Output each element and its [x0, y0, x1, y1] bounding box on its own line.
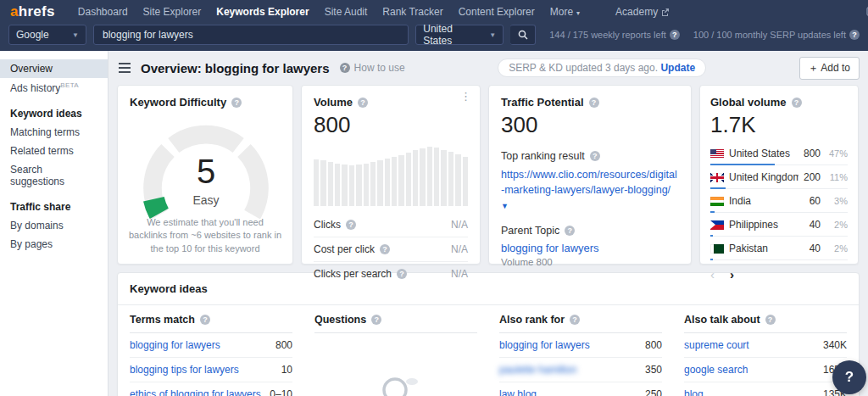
- help-icon[interactable]: ?: [380, 244, 390, 254]
- search-button[interactable]: [510, 25, 536, 45]
- help-icon[interactable]: ?: [371, 315, 381, 325]
- help-icon[interactable]: ?: [849, 30, 860, 40]
- help-icon[interactable]: ?: [200, 315, 210, 325]
- metric-row: Cost per click ? N/A: [314, 237, 468, 261]
- country-name: Philippines: [729, 219, 804, 231]
- sidebar-item-search-suggestions[interactable]: Search suggestions: [0, 160, 108, 191]
- nav-item-site-audit[interactable]: Site Audit: [317, 6, 376, 18]
- tp-title: Traffic Potential: [501, 96, 584, 109]
- academy-link[interactable]: Academy: [608, 6, 676, 18]
- help-icon[interactable]: ?: [358, 98, 368, 108]
- help-icon[interactable]: ?: [231, 98, 242, 108]
- help-icon[interactable]: ?: [589, 98, 599, 108]
- top-ranking-url-link[interactable]: https://www.clio.com/resources/digital-m…: [501, 167, 679, 213]
- ki-column-label: Also rank for: [499, 314, 565, 326]
- keyword-link[interactable]: blog: [684, 388, 704, 396]
- help-icon[interactable]: ?: [792, 98, 802, 108]
- nav-item-rank-tracker[interactable]: Rank Tracker: [375, 6, 450, 18]
- search-engine-value: Google: [16, 29, 49, 41]
- keyword-link[interactable]: law blog: [499, 388, 537, 396]
- nav-item-dashboard[interactable]: Dashboard: [70, 6, 136, 18]
- volume-bar: [377, 160, 382, 206]
- nav-item-keywords-explorer[interactable]: Keywords Explorer: [209, 6, 316, 18]
- sidebar-item-related-terms[interactable]: Related terms: [0, 142, 108, 160]
- search-engine-select[interactable]: Google ▼: [8, 25, 86, 45]
- sidebar-item-by-domains[interactable]: By domains: [0, 216, 108, 235]
- volume-bar: [320, 160, 326, 206]
- sidebar-item-matching-terms[interactable]: Matching terms: [0, 123, 108, 142]
- metric-label: Clicks: [314, 219, 341, 231]
- page-header: Overview: blogging for lawyers ? How to …: [117, 51, 860, 85]
- gv-title: Global volume: [710, 96, 787, 109]
- keyword-input[interactable]: blogging for lawyers: [93, 25, 409, 45]
- next-page-arrow[interactable]: ›: [730, 267, 734, 282]
- kd-title: Keyword Difficulty: [130, 96, 226, 109]
- serp-updates-text: 100 / 100 monthly SERP updates left: [693, 30, 846, 40]
- how-to-use[interactable]: ? How to use: [340, 62, 405, 74]
- volume-bar: [441, 150, 446, 207]
- country-row-philippines[interactable]: Philippines402%: [710, 213, 848, 237]
- keyword-row: blogging for lawyers800: [499, 333, 662, 358]
- keyword-link[interactable]: supreme court: [684, 339, 749, 351]
- country-name: India: [729, 195, 804, 207]
- volume-value: 800: [314, 112, 468, 138]
- country-row-india[interactable]: India603%: [710, 189, 848, 213]
- keyword-link[interactable]: blogging tips for lawyers: [130, 364, 239, 376]
- tp-value: 300: [501, 112, 679, 138]
- how-to-use-label: How to use: [354, 62, 405, 74]
- country-row-united-states[interactable]: United States80047%: [710, 142, 848, 165]
- metric-label: Clicks per search: [314, 268, 392, 280]
- volume-title: Volume: [314, 96, 353, 109]
- kebab-menu-icon[interactable]: ⋮: [460, 94, 471, 98]
- sidebar-item-overview[interactable]: Overview: [0, 59, 108, 78]
- keyword-row: google search165K: [684, 358, 847, 382]
- nav-item-content-explorer[interactable]: Content Explorer: [451, 6, 542, 18]
- gb-flag-icon: [710, 173, 724, 182]
- keyword-link[interactable]: google search: [684, 364, 748, 376]
- volume-bar: [392, 157, 397, 206]
- country-percent: 11%: [826, 172, 848, 182]
- parent-topic-link[interactable]: blogging for lawyers: [501, 242, 679, 254]
- keyword-link[interactable]: paulette hamilton: [499, 364, 576, 376]
- country-volume: 200: [804, 171, 821, 183]
- keyword-row: supreme court340K: [684, 333, 847, 358]
- keyword-link[interactable]: ethics of blogging for lawyers: [130, 388, 261, 396]
- country-row-pakistan[interactable]: Pakistan402%: [710, 237, 848, 260]
- sidebar-item-by-pages[interactable]: By pages: [0, 235, 108, 254]
- country-name: Pakistan: [729, 243, 804, 254]
- chevron-down-icon[interactable]: ▼: [501, 202, 509, 210]
- sidebar-item-ads-history[interactable]: Ads historyBETA: [0, 78, 108, 98]
- keyword-row: blogging for lawyers800: [130, 333, 292, 358]
- keyword-ideas-panel: Keyword ideas Terms match?blogging for l…: [117, 272, 860, 396]
- help-icon[interactable]: ?: [670, 30, 680, 40]
- country-select[interactable]: United States ▼: [415, 25, 504, 45]
- prev-page-arrow[interactable]: ‹: [710, 267, 715, 282]
- us-flag-icon: [710, 149, 724, 159]
- gv-pagination: ‹ ›: [710, 267, 848, 282]
- nav-item-site-explorer[interactable]: Site Explorer: [136, 6, 209, 18]
- volume-bar: [455, 154, 460, 206]
- metric-value: N/A: [451, 243, 468, 255]
- help-icon[interactable]: ?: [590, 151, 600, 161]
- volume-card: ⋮ Volume ? 800 Clicks ? N/A Cost per cli…: [301, 85, 481, 265]
- country-row-united-kingdom[interactable]: United Kingdom20011%: [710, 165, 848, 189]
- help-icon[interactable]: ?: [397, 269, 407, 279]
- menu-toggle-icon[interactable]: [117, 61, 132, 75]
- keyword-link[interactable]: blogging for lawyers: [499, 339, 590, 351]
- pk-flag-icon: [710, 244, 724, 254]
- nav-item-more[interactable]: More▾: [542, 6, 587, 18]
- update-link[interactable]: Update: [660, 62, 695, 74]
- help-icon[interactable]: ?: [565, 226, 575, 236]
- help-icon[interactable]: ?: [570, 315, 580, 325]
- volume-bar: [434, 148, 439, 206]
- ki-column-label: Questions: [314, 314, 366, 326]
- ki-column-terms-match: Terms match?blogging for lawyers800blogg…: [130, 305, 292, 396]
- keyword-link[interactable]: blogging for lawyers: [130, 339, 220, 351]
- gv-value: 1.7K: [710, 112, 848, 138]
- sidebar-section-keyword-ideas: Keyword ideas: [0, 98, 108, 123]
- add-to-button[interactable]: ＋ Add to: [799, 57, 860, 80]
- help-icon[interactable]: ?: [765, 315, 776, 325]
- ahrefs-logo[interactable]: ahrefs: [10, 3, 55, 20]
- help-fab[interactable]: ?: [832, 360, 866, 394]
- help-icon[interactable]: ?: [346, 220, 356, 230]
